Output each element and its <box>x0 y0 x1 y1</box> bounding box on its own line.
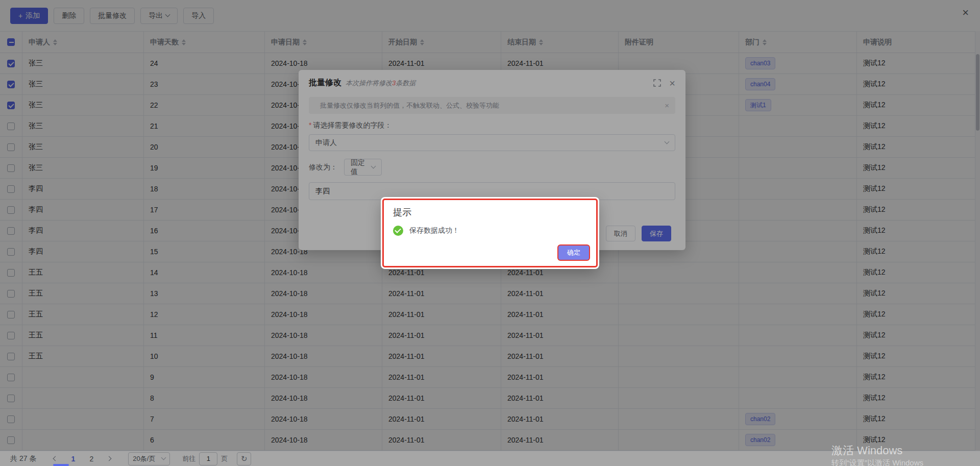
alert-title: 提示 <box>393 206 587 218</box>
success-message-box: 提示 保存数据成功！ 确定 <box>382 199 598 267</box>
alert-message: 保存数据成功！ <box>409 226 459 235</box>
success-check-icon <box>393 226 403 236</box>
confirm-button[interactable]: 确定 <box>558 246 589 260</box>
page: + 添加 删除 批量修改 导出 导入 × 申请人 申请天数 申请日期 开始日期 <box>0 0 980 466</box>
horizontal-scrollbar-thumb[interactable] <box>53 464 69 466</box>
